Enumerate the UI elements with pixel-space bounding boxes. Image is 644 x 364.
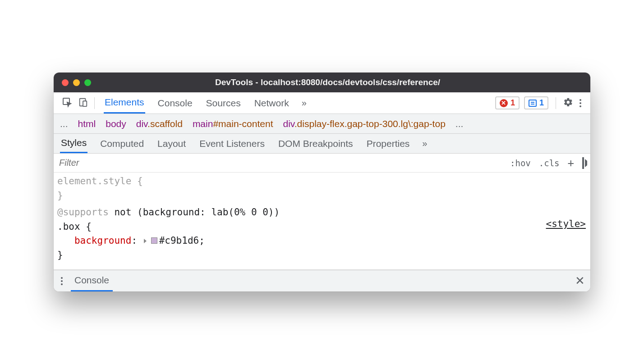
subtab-dom-breakpoints[interactable]: DOM Breakpoints: [277, 135, 354, 153]
rule-selector: .box: [57, 221, 80, 232]
subtab-styles[interactable]: Styles: [60, 134, 87, 153]
selector-text: element.style: [57, 176, 131, 187]
settings-gear-icon[interactable]: [563, 97, 573, 109]
divider: [556, 97, 556, 109]
traffic-lights: [62, 79, 91, 86]
tab-elements[interactable]: Elements: [104, 92, 145, 114]
css-property[interactable]: background: [74, 235, 131, 246]
breadcrumb-item[interactable]: html: [78, 118, 96, 129]
close-window-button[interactable]: [62, 79, 69, 86]
status-badges: ✕ 1 1: [495, 96, 586, 109]
devtools-window: DevTools - localhost:8080/docs/devtools/…: [54, 73, 590, 291]
error-badge[interactable]: ✕ 1: [495, 96, 520, 109]
expand-icon[interactable]: [144, 239, 147, 243]
drawer-menu-icon[interactable]: [59, 275, 64, 287]
subtab-layout[interactable]: Layout: [156, 135, 187, 153]
hov-toggle[interactable]: :hov: [510, 158, 531, 168]
cls-toggle[interactable]: .cls: [539, 158, 560, 168]
color-swatch[interactable]: [151, 237, 157, 244]
tab-console[interactable]: Console: [157, 93, 193, 113]
divider: [94, 97, 95, 109]
styles-tab-strip: Styles Computed Layout Event Listeners D…: [54, 134, 590, 154]
breadcrumb-item[interactable]: main#main-content: [193, 118, 273, 129]
message-count: 1: [539, 98, 544, 108]
main-tab-strip: Elements Console Sources Network »: [97, 92, 495, 114]
message-badge[interactable]: 1: [524, 96, 548, 109]
styles-pane: element.style { } @supports not (backgro…: [54, 173, 590, 270]
breadcrumb-overflow-right[interactable]: ...: [455, 118, 464, 129]
breadcrumb-item[interactable]: div.scaffold: [136, 118, 183, 129]
message-icon: [529, 100, 537, 107]
inspect-element-icon[interactable]: [62, 97, 73, 109]
error-icon: ✕: [500, 99, 508, 107]
element-style-rule[interactable]: element.style { }: [57, 174, 587, 203]
error-count: 1: [511, 98, 515, 108]
svg-rect-2: [83, 101, 87, 106]
filter-input[interactable]: [54, 155, 504, 171]
subtab-event-listeners[interactable]: Event Listeners: [198, 135, 266, 153]
tab-network[interactable]: Network: [253, 93, 290, 113]
drawer-tab-console[interactable]: Console: [71, 270, 113, 291]
style-source-link[interactable]: <style>: [546, 217, 586, 232]
css-value[interactable]: #c9b1d6: [159, 235, 199, 246]
more-options-icon[interactable]: [578, 97, 583, 109]
console-drawer: Console ✕: [54, 270, 590, 291]
at-rule-keyword: @supports: [57, 207, 109, 218]
filter-row: :hov .cls +: [54, 154, 590, 173]
breadcrumb-item[interactable]: div.display-flex.gap-top-300.lg\:gap-top: [283, 118, 445, 129]
subtab-properties[interactable]: Properties: [366, 135, 411, 153]
maximize-window-button[interactable]: [84, 79, 91, 86]
more-tabs-icon[interactable]: »: [302, 98, 307, 108]
tab-sources[interactable]: Sources: [205, 93, 242, 113]
new-style-rule-button[interactable]: +: [568, 157, 574, 169]
close-drawer-button[interactable]: ✕: [575, 274, 585, 288]
titlebar: DevTools - localhost:8080/docs/devtools/…: [54, 73, 590, 92]
minimize-window-button[interactable]: [73, 79, 80, 86]
main-toolbar: Elements Console Sources Network » ✕ 1 1: [54, 92, 590, 114]
breadcrumb: ... html body div.scaffold main#main-con…: [54, 114, 590, 134]
computed-panel-toggle-icon[interactable]: [582, 158, 584, 168]
breadcrumb-overflow-left[interactable]: ...: [60, 118, 68, 129]
more-subtabs-icon[interactable]: »: [422, 138, 427, 149]
at-rule-condition: not (background: lab(0% 0 0)): [114, 207, 280, 218]
subtab-computed[interactable]: Computed: [99, 135, 145, 153]
window-title: DevTools - localhost:8080/docs/devtools/…: [100, 77, 582, 87]
supports-rule[interactable]: @supports not (background: lab(0% 0 0)) …: [57, 205, 587, 262]
device-toggle-icon[interactable]: [78, 97, 88, 109]
breadcrumb-item[interactable]: body: [106, 118, 126, 129]
